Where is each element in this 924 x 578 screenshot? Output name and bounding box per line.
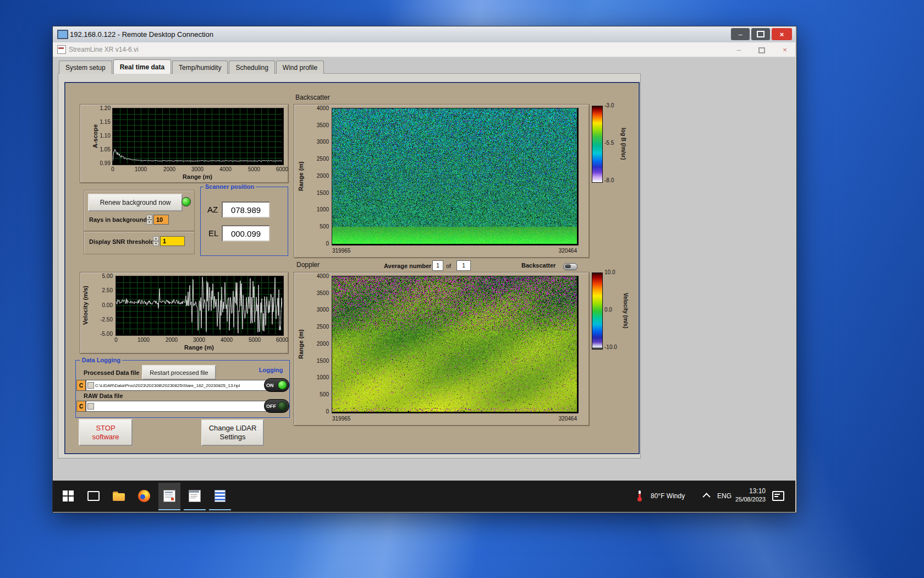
file-explorer-icon	[113, 492, 125, 501]
rays-value[interactable]: 10	[153, 215, 169, 225]
tab-real-time-data[interactable]: Real time data	[113, 59, 171, 74]
tab-strip: System setup Real time data Temp/humidit…	[59, 61, 325, 74]
browse-icon[interactable]	[87, 403, 94, 410]
tab-scheduling[interactable]: Scheduling	[229, 61, 274, 74]
scan-schedule-taskbar-button[interactable]	[184, 483, 206, 510]
tab-temp-humidity[interactable]: Temp/humidity	[172, 61, 228, 74]
labview-icon	[57, 45, 66, 54]
backscatter-toggle[interactable]	[563, 263, 578, 270]
labview-close-button[interactable]: ×	[777, 46, 793, 54]
logging-label: Logging	[257, 367, 284, 373]
rdp-maximize-button[interactable]	[751, 28, 770, 40]
windows-logo-icon	[63, 490, 74, 501]
x-tick: 4000	[215, 337, 239, 343]
y-tick: 1.20	[87, 105, 111, 112]
rdp-minimize-button[interactable]: –	[731, 28, 750, 40]
x-tick: 3000	[187, 337, 211, 343]
y-tick: 4000	[306, 105, 329, 112]
change-lidar-settings-button[interactable]: Change LiDAR Settings	[201, 419, 264, 446]
processed-path-field[interactable]: C:\LiDAR\Data\Proc\2023\202308\20230825\…	[86, 380, 271, 391]
tab-system-setup[interactable]: System setup	[59, 61, 112, 74]
ascope-plot-canvas	[113, 108, 282, 163]
backscatter-y-axis-label: Range (m)	[297, 108, 305, 244]
raw-drive-box[interactable]: C	[76, 401, 86, 412]
rdp-close-button[interactable]: ×	[772, 28, 792, 40]
desktop: 192.168.0.122 - Remote Desktop Connectio…	[0, 0, 924, 578]
clock-time[interactable]: 13:10	[735, 487, 766, 495]
task-view-icon	[87, 491, 100, 501]
x-tick: 6000	[270, 337, 294, 343]
striped-document-icon	[215, 490, 226, 502]
firefox-icon	[138, 490, 150, 502]
y-tick: 2.50	[89, 287, 113, 294]
y-tick: 1500	[306, 190, 329, 197]
labview-minimize-button[interactable]: –	[730, 46, 747, 54]
file-explorer-button[interactable]	[108, 483, 130, 509]
el-value-field[interactable]: 000.099	[222, 225, 270, 242]
x-tick: 3000	[185, 166, 210, 173]
labview-taskbar-button[interactable]	[158, 483, 180, 510]
y-tick: -2.50	[89, 317, 113, 323]
scan-schedule-icon	[189, 490, 201, 502]
x-end-tick: 320464	[544, 416, 577, 422]
doppler-section-title: Doppler	[296, 261, 320, 269]
velocity-y-axis-label: Velocity (m/s)	[81, 276, 89, 334]
y-tick: 0	[306, 408, 329, 415]
of-label: of	[446, 263, 451, 269]
x-tick: 5000	[243, 337, 267, 343]
y-tick: 3000	[306, 139, 329, 145]
scanner-position-title: Scanner position	[204, 183, 256, 190]
y-tick: 1000	[306, 206, 329, 213]
y-tick: 1000	[306, 374, 329, 381]
x-tick: 0	[101, 166, 125, 173]
az-value-field[interactable]: 078.989	[222, 201, 270, 218]
backscatter-section-title: Backscatter	[295, 94, 330, 101]
average-number-field[interactable]: 1	[432, 260, 443, 271]
labview-restore-button[interactable]	[754, 46, 770, 56]
snr-spinner[interactable]: ▲▼	[153, 236, 159, 246]
document-taskbar-button[interactable]	[209, 483, 231, 510]
processed-drive-box[interactable]: C	[76, 380, 86, 391]
restart-processed-file-button[interactable]: Restart processed file	[142, 365, 216, 380]
raw-path-field[interactable]	[86, 401, 271, 412]
y-tick: 1500	[306, 358, 329, 364]
raw-data-file-label: RAW Data file	[84, 392, 123, 399]
doppler-y-axis-label: Range (m)	[297, 276, 305, 412]
change-line1: Change LiDAR	[209, 424, 257, 433]
start-button[interactable]	[57, 483, 79, 509]
velocity-plot-area	[116, 276, 284, 336]
doppler-colorbar-label: Velocity (m/s)	[622, 272, 629, 348]
snr-value[interactable]: 1	[160, 236, 185, 246]
firefox-button[interactable]	[133, 483, 155, 509]
average-total-field[interactable]: 1	[457, 260, 471, 271]
y-tick: 2000	[306, 173, 329, 179]
labview-titlebar[interactable]	[53, 42, 795, 57]
show-hidden-icons-button[interactable]	[700, 483, 715, 509]
velocity-x-axis-label: Range (m)	[116, 344, 282, 351]
weather-widget[interactable]	[632, 483, 647, 509]
rays-spinner[interactable]: ▲▼	[146, 215, 152, 224]
y-tick: 4000	[306, 273, 329, 280]
y-tick: 5.00	[89, 273, 113, 280]
ascope-plot-area	[112, 108, 284, 165]
task-view-button[interactable]	[82, 483, 105, 509]
raw-logging-toggle[interactable]: OFF	[264, 399, 289, 413]
backscatter-heatmap-canvas	[332, 108, 577, 244]
weather-text[interactable]: 80°F Windy	[651, 492, 685, 500]
action-center-button[interactable]	[769, 483, 788, 509]
stop-software-button[interactable]: STOP software	[79, 419, 133, 446]
data-logging-title: Data Logging	[80, 357, 122, 363]
processed-path-text: C:\LiDAR\Data\Proc\2023\202308\20230825\…	[95, 383, 240, 388]
y-tick: 3500	[306, 122, 329, 129]
processed-logging-toggle[interactable]: ON	[264, 378, 289, 392]
browse-icon[interactable]	[87, 382, 94, 389]
tab-wind-profile[interactable]: Wind profile	[276, 61, 324, 74]
y-tick: 2500	[306, 156, 329, 162]
rays-in-background-label: Rays in background	[89, 216, 147, 223]
labview-icon-stripe	[58, 47, 64, 49]
renew-background-button[interactable]: Renew background now	[88, 194, 183, 211]
clock-date[interactable]: 25/08/2023	[729, 496, 766, 503]
doppler-colorbar	[592, 272, 603, 350]
y-tick: 3000	[306, 307, 329, 313]
y-tick: 2500	[306, 324, 329, 330]
